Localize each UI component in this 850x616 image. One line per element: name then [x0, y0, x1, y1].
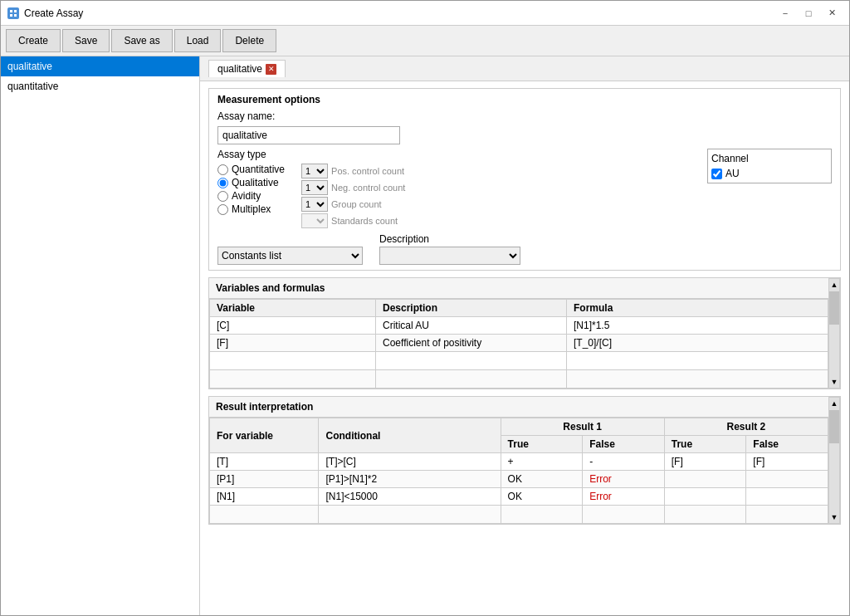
var-variable-0: [C]	[210, 317, 376, 335]
table-row: [N1] [N1]<15000 OK Error	[210, 488, 828, 506]
window-title: Create Assay	[24, 7, 83, 19]
ri-r1false-0: -	[583, 453, 665, 471]
channel-au-checkbox[interactable]	[711, 169, 722, 179]
ri-forvariable-0: [T]	[210, 453, 319, 471]
radio-multiplex[interactable]	[217, 204, 228, 215]
scrollbar-thumb[interactable]	[829, 291, 839, 325]
channel-au-row: AU	[711, 168, 828, 179]
main-window: Create Assay − □ ✕ Create Save Save as L…	[0, 0, 850, 616]
assay-name-input[interactable]	[217, 126, 400, 144]
ri-forvariable-1: [P1]	[210, 471, 319, 488]
result-title: Result interpretation	[209, 397, 828, 418]
result-subcol-r2true: True	[664, 436, 746, 453]
ri-r1false-2: Error	[583, 488, 665, 506]
var-formula-1: [T_0]/[C]	[567, 335, 828, 352]
delete-button[interactable]: Delete	[222, 29, 276, 52]
app-icon	[7, 7, 19, 19]
radio-quantitative[interactable]	[217, 164, 228, 175]
ri-r1true-1: OK	[501, 471, 583, 488]
radio-qualitative-label: Qualitative	[232, 177, 279, 188]
table-row: [T] [T]>[C] + - [F] [F]	[210, 453, 828, 471]
var-description-0: Critical AU	[376, 317, 567, 335]
table-row	[210, 506, 828, 524]
main-content: qualitative quantitative qualitative ✕ M…	[1, 56, 849, 615]
var-variable-1: [F]	[210, 335, 376, 352]
channel-label: Channel	[711, 153, 828, 164]
standards-count-select	[301, 213, 328, 228]
neg-control-label: Neg. control count	[331, 183, 405, 193]
pos-control-row: 123 Pos. control count	[301, 164, 405, 178]
sidebar-item-quantitative[interactable]: quantitative	[1, 76, 199, 96]
table-row	[210, 370, 828, 389]
radio-avidity[interactable]	[217, 191, 228, 202]
ri-conditional-2: [N1]<15000	[319, 488, 501, 506]
result-subcol-r1true: True	[501, 436, 583, 453]
result-col-result2: Result 2	[664, 418, 828, 436]
measurement-section: Measurement options Assay name: Assay ty…	[208, 88, 841, 271]
result-table: For variable Conditional Result 1 Result…	[209, 418, 828, 524]
pos-control-select[interactable]: 123	[301, 164, 328, 178]
radio-quantitative-row: Quantitative	[217, 164, 285, 175]
variables-scrollbar[interactable]: ▲ ▼	[828, 278, 840, 389]
svg-rect-0	[10, 10, 12, 12]
assay-type-channel-group: Assay type Quantitative Qualitative	[217, 149, 832, 228]
scrollbar-down-arrow[interactable]: ▼	[829, 511, 840, 523]
close-button[interactable]: ✕	[821, 5, 843, 22]
ri-conditional-0: [T]>[C]	[319, 453, 501, 471]
tab-qualitative[interactable]: qualitative ✕	[208, 60, 286, 77]
sidebar: qualitative quantitative	[1, 56, 200, 615]
neg-control-select[interactable]: 123	[301, 180, 328, 195]
radio-quantitative-label: Quantitative	[232, 164, 285, 175]
scrollbar-up-arrow[interactable]: ▲	[829, 279, 840, 291]
description-label: Description	[379, 233, 520, 245]
assay-name-row: Assay name:	[217, 110, 832, 122]
load-button[interactable]: Load	[174, 29, 222, 52]
tab-bar: qualitative ✕	[200, 56, 849, 81]
table-row: [P1] [P1]>[N1]*2 OK Error	[210, 471, 828, 488]
maximize-button[interactable]: □	[798, 5, 819, 22]
result-subcol-r2false: False	[746, 436, 828, 453]
assay-type-box: Assay type Quantitative Qualitative	[217, 149, 699, 228]
var-description-1: Coefficient of positivity	[376, 335, 567, 352]
group-count-row: 123 Group count	[301, 197, 405, 212]
ri-r2false-0: [F]	[746, 453, 828, 471]
pos-control-label: Pos. control count	[331, 166, 404, 176]
ri-r2true-1	[664, 471, 746, 488]
var-col-variable: Variable	[210, 300, 376, 317]
description-select[interactable]	[379, 247, 520, 265]
channel-au-label: AU	[725, 168, 740, 179]
variables-section: Variables and formulas Variable Descript…	[208, 277, 841, 389]
ri-r2false-1	[746, 471, 828, 488]
count-group: 123 Pos. control count 123 Neg. control …	[301, 164, 405, 228]
var-formula-0: [N1]*1.5	[567, 317, 828, 335]
save-as-button[interactable]: Save as	[111, 29, 172, 52]
scrollbar-thumb[interactable]	[829, 410, 839, 443]
sidebar-item-qualitative[interactable]: qualitative	[1, 56, 199, 76]
var-col-description: Description	[376, 300, 567, 317]
create-button[interactable]: Create	[6, 29, 61, 52]
result-col-forvariable: For variable	[210, 418, 319, 453]
variables-table: Variable Description Formula [C] Critica…	[209, 299, 828, 389]
ri-r1true-0: +	[501, 453, 583, 471]
tab-close-icon[interactable]: ✕	[266, 64, 276, 75]
minimize-button[interactable]: −	[774, 5, 796, 22]
svg-rect-1	[14, 10, 17, 12]
variables-title: Variables and formulas	[209, 278, 828, 299]
save-button[interactable]: Save	[62, 29, 110, 52]
group-count-select[interactable]: 123	[301, 197, 328, 212]
scrollbar-up-arrow[interactable]: ▲	[829, 398, 840, 409]
ri-r2true-0: [F]	[664, 453, 746, 471]
standards-count-label: Standards count	[331, 216, 398, 226]
scrollbar-down-arrow[interactable]: ▼	[829, 376, 840, 388]
standards-count-row: Standards count	[301, 213, 405, 228]
constants-list-select[interactable]: Constants list	[217, 247, 363, 265]
result-section: Result interpretation For variable Condi…	[208, 396, 841, 525]
ri-r2false-2	[746, 488, 828, 506]
radio-avidity-label: Avidity	[232, 190, 261, 202]
radio-qualitative[interactable]	[217, 178, 228, 188]
assay-name-label: Assay name:	[217, 110, 284, 122]
assay-type-label: Assay type	[217, 149, 699, 160]
radio-multiplex-label: Multiplex	[232, 203, 271, 215]
result-scrollbar[interactable]: ▲ ▼	[828, 397, 840, 524]
measurement-title: Measurement options	[217, 94, 832, 105]
